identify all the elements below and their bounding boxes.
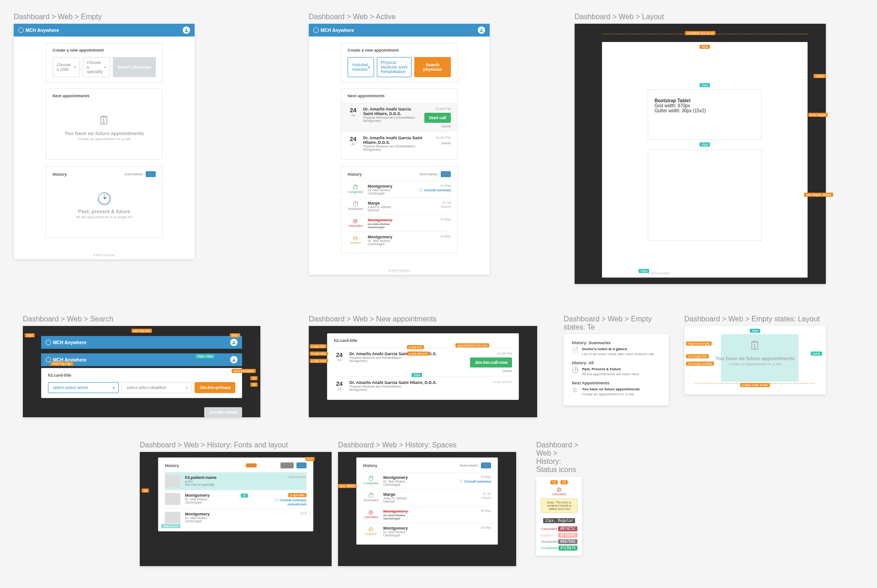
layout-card: Bootstrap Tablet Grid width: 970px Gutte… xyxy=(648,89,762,140)
clock-icon: 🕑 xyxy=(53,192,156,206)
filter-all[interactable]: All xyxy=(481,462,491,468)
filter-all[interactable]: All xyxy=(441,171,451,177)
create-card: Create a new appointment Choose a child▾… xyxy=(46,43,163,82)
history-title: History xyxy=(348,172,362,177)
brand: MCH Anywhere xyxy=(313,27,354,33)
tag: p.info xyxy=(185,480,283,483)
specialty: Physical Medicine and Rehabilitation xyxy=(363,145,431,148)
tag: 20 xyxy=(241,493,248,498)
artboard-title: Dashboard > Web > Empty states: Layout xyxy=(684,315,826,323)
tag: p.apt-date xyxy=(288,493,306,497)
child-select[interactable]: Choose a child▾ xyxy=(53,57,80,77)
cancel-link[interactable]: Cancel xyxy=(441,142,451,145)
brand-icon xyxy=(313,27,319,33)
appointment-row: 24Jul Dr. Amarlis Anahi Garcia Saint Hil… xyxy=(348,131,451,155)
search-physician-button[interactable]: Search physician xyxy=(113,57,156,77)
cancel-link[interactable]: Cancel xyxy=(441,205,451,208)
tag: Info-row for specialty xyxy=(185,483,283,486)
artboard-title: Dashboard > Web > New appointments xyxy=(309,315,537,323)
tag: #333 xyxy=(246,463,257,467)
patient-name: Marge xyxy=(368,201,436,205)
empty-title: You have no future appointments xyxy=(695,356,815,361)
patient: Montgomery xyxy=(363,148,431,151)
tag: status-icon xyxy=(161,524,180,528)
section-heading: Next Appointments xyxy=(572,381,660,385)
tag: 1px, #EEE xyxy=(338,484,357,488)
next-card: Next appointments 🗓 You have no future a… xyxy=(46,89,163,160)
tag: 15px; 15px xyxy=(195,354,215,358)
patient-name: Montgomery xyxy=(368,184,414,189)
tag: 128px xyxy=(814,74,826,78)
tag: min-height: 480px xyxy=(804,193,833,197)
chevron-down-icon: ▾ xyxy=(104,65,106,69)
tag: 12.empty-subtitle xyxy=(686,362,714,366)
status-cancelled-icon: ⊘Cancelled xyxy=(541,486,577,496)
filter[interactable]: All xyxy=(296,462,306,468)
calendar-icon: 🗓 xyxy=(53,114,156,128)
tag: nav-top-site xyxy=(132,329,152,333)
tag: card-container xyxy=(232,369,256,373)
tag: p.apt-mon xyxy=(310,359,328,363)
tag: consult-sum xyxy=(287,503,306,506)
tag: 16pt xyxy=(25,333,35,337)
artboard-title: Dashboard > Web > Search xyxy=(23,315,260,323)
filter-summaries[interactable]: Summaries xyxy=(419,172,438,176)
history-row: ⊘Cancelled MontgomeryDr. Nick RivieraCar… xyxy=(348,215,451,231)
tag: p.apt-info xyxy=(310,344,327,348)
filter-summaries[interactable]: Summaries xyxy=(124,172,143,176)
frame-empty: MCH Anywhere Create a new appointment Ch… xyxy=(14,24,195,259)
appointment-row: 24Jul Dr. Amarlis Anahi Garcia Saint Hil… xyxy=(341,103,457,131)
history-row: ⊖Expired MontgomeryDr. Nick RivieraCardi… xyxy=(348,231,451,248)
user-icon[interactable] xyxy=(230,356,238,363)
next-card: h2.card-title appointment-info-box p.apt… xyxy=(327,333,519,400)
frame-empty-text: History: Summaries 📄Doctor's notes at a … xyxy=(564,334,669,405)
artboard-title: Dashboard > Web > History: Status icons xyxy=(536,441,582,474)
chevron-down-icon: ▾ xyxy=(368,65,370,69)
btn-muted[interactable]: .btn.btn-muted xyxy=(204,407,242,417)
start-call-button[interactable]: Start call xyxy=(424,113,451,123)
tag: p.apt-info xyxy=(407,345,424,349)
layout-line: Grid width: 970px xyxy=(655,103,755,108)
search-physician-button[interactable]: Search physician xyxy=(414,57,451,77)
filter-all[interactable]: All xyxy=(146,171,156,177)
create-card: h2.card-title 15px; 15px .select.select-… xyxy=(41,368,242,398)
history-row: MontgomeryDr. Nick RivieraCardiologist p… xyxy=(165,490,306,509)
layout-card xyxy=(648,150,762,241)
frame-newapts: p.apt-info h.apt-date p.apt-mon h2.card-… xyxy=(309,326,537,417)
specialty-select[interactable]: Physical Medicine and Rehabilitation▾ xyxy=(377,57,412,77)
next-title: Next appointments xyxy=(53,94,156,98)
tag: 16px xyxy=(699,83,710,87)
select-active[interactable]: .select.select-active▾ xyxy=(48,382,119,393)
cancel-link[interactable]: Cancel xyxy=(441,125,451,128)
status-color-row: Cancelled#B74C5C xyxy=(541,526,577,531)
card-title: h2.card-title xyxy=(48,373,235,378)
btn-call-now[interactable]: .btn.btn-call-now xyxy=(470,357,512,368)
svg-point-1 xyxy=(481,29,482,30)
layout-line: Gutter width: 30px (15x2) xyxy=(655,108,755,113)
consult-summary-link[interactable]: 📄Consult summary xyxy=(418,188,451,192)
child-select[interactable]: Asdrubal Anacleto▾ xyxy=(348,57,374,77)
create-title: Create a new appointment xyxy=(348,48,451,52)
tag: img-icon-empty xyxy=(686,341,712,346)
user-icon[interactable] xyxy=(230,339,238,346)
frame-status-icons: 35 35 ⊘Cancelled Note: The icon is cente… xyxy=(536,477,582,556)
consult-summary-link[interactable]: 📄Consult summary xyxy=(274,498,306,502)
filter[interactable]: sum xyxy=(280,462,293,468)
time: 12:05 PM xyxy=(435,107,451,111)
user-icon[interactable] xyxy=(183,26,190,34)
doctor-name: Dr. Amarlis Anahi Garcia Saint Hilaire, … xyxy=(363,136,431,145)
empty-title: You have no future appointments xyxy=(53,131,156,136)
date: 31 Jul xyxy=(442,201,451,204)
patient-name: Montgomery xyxy=(368,218,436,222)
history-row: ⊖Expired MontgomeryDr. Nick RivieraCardi… xyxy=(363,523,491,540)
specialty-select[interactable]: Choose a specialty▾ xyxy=(83,57,110,77)
footer: A MCH product xyxy=(309,266,490,275)
date-col: 24Jul xyxy=(348,107,359,117)
consult-summary-link[interactable]: 📄Consult summary xyxy=(459,479,491,483)
history-card: History SummariesAll ⏱Completed Montgome… xyxy=(356,457,498,545)
user-icon[interactable] xyxy=(478,26,485,34)
date: 24 May xyxy=(440,218,451,221)
tag: comp-actions xyxy=(493,380,512,383)
btn-primary[interactable]: .btn.btn-primary xyxy=(195,382,235,393)
date-col: 24Jul xyxy=(348,136,359,146)
